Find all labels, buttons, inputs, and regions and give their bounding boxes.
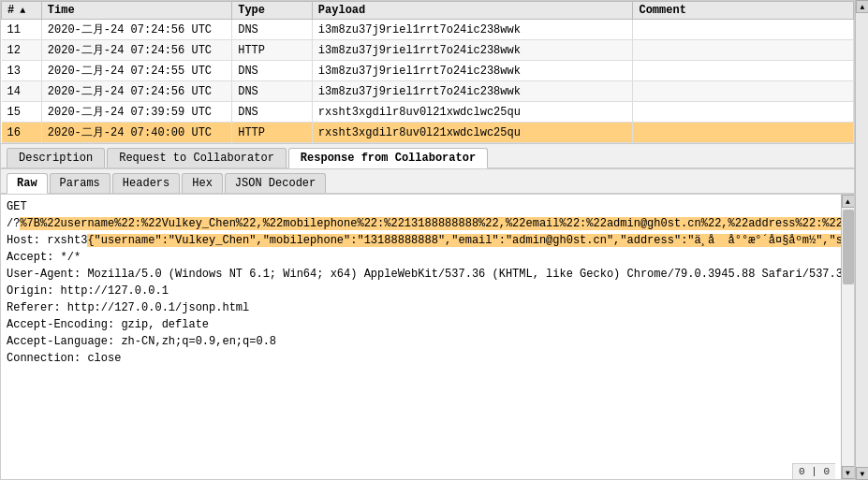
- scroll-up-arrow[interactable]: ▲: [842, 195, 855, 208]
- scroll-down-arrow[interactable]: ▼: [842, 466, 855, 479]
- tab-request-to-collaborator[interactable]: Request to Collaborator: [107, 148, 287, 167]
- content-line: Connection: close: [7, 350, 835, 367]
- main-scrollbar[interactable]: ▲ ▼: [855, 0, 868, 480]
- table-row[interactable]: 132020-二月-24 07:24:55 UTCDNSi3m8zu37j9ri…: [2, 61, 854, 81]
- cell-type: DNS: [232, 81, 313, 102]
- cell-time: 2020-二月-24 07:39:59 UTC: [41, 102, 231, 123]
- cell-num: 11: [2, 20, 42, 40]
- scroll-thumb[interactable]: [843, 210, 854, 284]
- cell-time: 2020-二月-24 07:24:56 UTC: [41, 81, 231, 102]
- main-scroll-down[interactable]: ▼: [856, 467, 868, 480]
- subtab-headers[interactable]: Headers: [112, 173, 180, 193]
- cell-type: DNS: [232, 102, 313, 123]
- cell-comment: [633, 102, 854, 123]
- cell-num: 13: [2, 61, 42, 81]
- cell-payload: rxsht3xgdilr8uv0l21xwdclwc25qu: [312, 123, 633, 143]
- subtab-raw[interactable]: Raw: [7, 173, 48, 194]
- cell-comment: [633, 123, 854, 143]
- cell-payload: i3m8zu37j9riel1rrt7o24ic238wwk: [312, 40, 633, 61]
- cell-payload: i3m8zu37j9riel1rrt7o24ic238wwk: [312, 61, 633, 81]
- content-scrollbar[interactable]: ▲ ▼: [841, 195, 854, 479]
- cell-type: DNS: [232, 61, 313, 81]
- content-line: Referer: http://127.0.0.1/jsonp.html: [7, 299, 835, 316]
- cell-comment: [633, 40, 854, 61]
- col-header-time[interactable]: Time: [41, 2, 231, 20]
- tab-response-from-collaborator[interactable]: Response from Collaborator: [288, 148, 488, 168]
- subtab-params[interactable]: Params: [50, 173, 110, 193]
- col-header-num[interactable]: #: [2, 2, 42, 20]
- content-area: GET/?%7B%22username%22:%22Vulkey_Chen%22…: [0, 195, 855, 480]
- table-row[interactable]: 112020-二月-24 07:24:56 UTCDNSi3m8zu37j9ri…: [2, 20, 854, 40]
- subtab-json-decoder[interactable]: JSON Decoder: [225, 173, 326, 193]
- cell-payload: rxsht3xgdilr8uv0l21xwdclwc25qu: [312, 102, 633, 123]
- cell-type: HTTP: [232, 123, 313, 143]
- table-row[interactable]: 142020-二月-24 07:24:56 UTCDNSi3m8zu37j9ri…: [2, 81, 854, 102]
- sub-tabs: Raw Params Headers Hex JSON Decoder: [1, 169, 854, 194]
- table-row[interactable]: 162020-二月-24 07:40:00 UTCHTTPrxsht3xgdil…: [2, 123, 854, 143]
- cell-payload: i3m8zu37j9riel1rrt7o24ic238wwk: [312, 20, 633, 40]
- main-scroll-up[interactable]: ▲: [856, 0, 868, 13]
- cell-num: 12: [2, 40, 42, 61]
- response-content[interactable]: GET/?%7B%22username%22:%22Vulkey_Chen%22…: [1, 195, 841, 479]
- content-line: Accept: */*: [7, 249, 835, 266]
- cell-time: 2020-二月-24 07:24:55 UTC: [41, 61, 231, 81]
- content-line: Accept-Language: zh-CN,zh;q=0.9,en;q=0.8: [7, 333, 835, 350]
- log-table: # Time Type Payload Comment 112020-二月-24…: [1, 1, 854, 143]
- main-scroll-track: [856, 13, 868, 467]
- content-line: Host: rxsht3{"username":"Vulkey_Chen","m…: [7, 232, 835, 249]
- tab-description[interactable]: Description: [7, 148, 105, 167]
- col-header-type[interactable]: Type: [232, 2, 313, 20]
- content-line: /?%7B%22username%22:%22Vulkey_Chen%22,%2…: [7, 215, 835, 232]
- cell-num: 14: [2, 81, 42, 102]
- col-header-payload[interactable]: Payload: [312, 2, 633, 20]
- table-row[interactable]: 122020-二月-24 07:24:56 UTCHTTPi3m8zu37j9r…: [2, 40, 854, 61]
- status-indicator: 0 | 0: [792, 463, 835, 479]
- cell-time: 2020-二月-24 07:24:56 UTC: [41, 40, 231, 61]
- cell-comment: [633, 81, 854, 102]
- table-row[interactable]: 152020-二月-24 07:39:59 UTCDNSrxsht3xgdilr…: [2, 102, 854, 123]
- cell-time: 2020-二月-24 07:40:00 UTC: [41, 123, 231, 143]
- cell-num: 15: [2, 102, 42, 123]
- cell-comment: [633, 61, 854, 81]
- cell-comment: [633, 20, 854, 40]
- main-tabs: Description Request to Collaborator Resp…: [1, 144, 854, 168]
- content-line: Accept-Encoding: gzip, deflate: [7, 316, 835, 333]
- cell-num: 16: [2, 123, 42, 143]
- content-line: Origin: http://127.0.0.1: [7, 283, 835, 299]
- cell-payload: i3m8zu37j9riel1rrt7o24ic238wwk: [312, 81, 633, 102]
- subtab-hex[interactable]: Hex: [182, 173, 223, 193]
- cell-time: 2020-二月-24 07:24:56 UTC: [41, 20, 231, 40]
- cell-type: HTTP: [232, 40, 313, 61]
- cell-type: DNS: [232, 20, 313, 40]
- content-line: User-Agent: Mozilla/5.0 (Windows NT 6.1;…: [7, 266, 835, 283]
- content-line: GET: [7, 198, 835, 215]
- col-header-comment[interactable]: Comment: [633, 2, 854, 20]
